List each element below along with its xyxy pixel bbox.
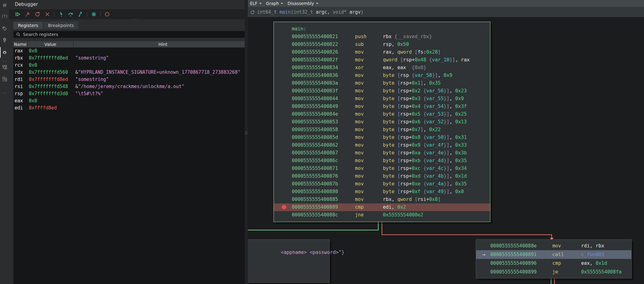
toolbar-separator	[87, 12, 87, 17]
instruction-operands: byte [rsp+0x1], 0x35	[383, 80, 441, 86]
instruction-row[interactable]: 0000555555400849movbyte [rsp+0x4 {var_54…	[274, 103, 490, 110]
column-header-value[interactable]: Value	[28, 41, 73, 47]
menu-disassembly[interactable]: Disassembly	[287, 1, 318, 6]
graph-canvas[interactable]: main:0000555555400821pushrbx {__saved_rb…	[248, 17, 644, 284]
panel-splitter[interactable]	[245, 0, 248, 284]
basic-block-call[interactable]: 000055555540088emovrdi, rbx→000055555540…	[476, 239, 632, 278]
breakpoint-icon[interactable]	[282, 205, 286, 209]
tag-icon[interactable]	[0, 24, 9, 33]
tab-registers[interactable]: Registers	[13, 22, 43, 29]
register-row-rdx[interactable]: rdx0x7fffffffd560&"HYPRLAND_INSTANCE_SIG…	[13, 69, 252, 76]
search-input[interactable]	[23, 32, 244, 37]
disassembly-pane: ELFGraphDisassembly int64_t main(int32_t…	[248, 0, 644, 284]
panel-drag-handle[interactable]: ······	[132, 18, 139, 21]
resume-button[interactable]	[14, 11, 22, 18]
instruction-row[interactable]: 0000555555400885movrbx, qword [rsi+0x8]	[274, 196, 490, 203]
restart-button[interactable]	[33, 11, 42, 18]
instruction-row[interactable]: 000055555540083amovbyte [rsp+0x1], 0x35	[274, 79, 490, 87]
step-into-button[interactable]	[57, 11, 65, 18]
instruction-operands: byte [rsp+0xb {var_4d}], 0x35	[383, 158, 467, 163]
instruction-operands: 0x5555554008fa	[581, 269, 622, 275]
register-row-edi[interactable]: edi0xffffd8ed	[13, 104, 252, 112]
register-row-rsp[interactable]: rsp0x7fffffffd3d0"\t5#\t?%"	[13, 90, 252, 97]
instruction-mnemonic: cmp	[552, 259, 581, 268]
instruction-row[interactable]: 000055555540084emovbyte [rsp+0x5 {var_53…	[274, 110, 490, 118]
instruction-row[interactable]: 0000555555400853movbyte [rsp+0x6 {var_52…	[274, 118, 490, 126]
instruction-address: 0000555555400889	[292, 203, 355, 211]
instruction-row[interactable]: 0000555555400889cmpedi, 0x2	[274, 203, 490, 211]
instruction-address: 0000555555400876	[292, 172, 355, 180]
splitter-grip-icon	[245, 131, 247, 135]
instruction-operands: byte [rsp+0x5 {var_53}], 0x25	[383, 111, 467, 117]
function-signature: int64_t main(int32_t argc, void* argv)	[257, 9, 363, 15]
instruction-row[interactable]: 000055555540087bmovbyte [rsp+0xe {var_4a…	[274, 180, 490, 188]
register-hint: &"/home/jeremy/crackmes/unlockme/a.out"	[75, 83, 184, 90]
step-over-button[interactable]	[67, 11, 75, 18]
register-row-rcx[interactable]: rcx0x0	[13, 62, 252, 69]
instruction-address: 000055555540083a	[292, 79, 355, 87]
instruction-mnemonic: mov	[355, 48, 383, 56]
instruction-operands: rbx, qword [rsi+0x8]	[383, 197, 441, 202]
instruction-row[interactable]: 0000555555400822subrsp, 0x50	[274, 41, 490, 48]
register-value: 0x0	[29, 97, 37, 104]
register-row-rax[interactable]: rax0x0	[13, 47, 252, 55]
debugger-panel: Debugger ······ RegistersBreakpoints Nam…	[9, 0, 245, 284]
instruction-row[interactable]: 000055555540088emovrdi, rbx	[476, 242, 631, 250]
basic-block-string[interactable]: <appname> <password>"}	[248, 239, 330, 283]
instruction-address: 0000555555400885	[292, 196, 355, 203]
types-icon[interactable]: {T}	[0, 12, 9, 20]
instruction-row[interactable]: 0000555555400858movbyte [rsp+0x7], 0x22	[274, 126, 490, 134]
graph-layout-icon[interactable]	[0, 63, 9, 71]
basic-block-main[interactable]: main:0000555555400821pushrbx {__saved_rb…	[274, 22, 490, 222]
instruction-row[interactable]: 0000555555400826movrax, qword [fs:0x28]	[274, 48, 490, 56]
register-row-rsi[interactable]: rsi0x7fffffffd548&"/home/jeremy/crackmes…	[13, 83, 252, 90]
chevron-down-icon	[259, 3, 262, 4]
kill-button[interactable]	[24, 11, 32, 18]
instruction-row[interactable]: 0000555555400876movbyte [rsp+0xd {var_4b…	[274, 172, 490, 180]
instruction-row[interactable]: 0000555555400871movbyte [rsp+0xc {var_4c…	[274, 165, 490, 172]
hash-icon[interactable]	[0, 1, 9, 9]
settings-button[interactable]	[90, 11, 98, 18]
instruction-row[interactable]: 0000555555400867movbyte [rsp+0xa {var_4e…	[274, 149, 490, 157]
more-icon[interactable]: ···	[0, 89, 9, 97]
register-row-rbx[interactable]: rbx0x7fffffffd8ed"somestring"	[13, 55, 252, 62]
bug-icon[interactable]	[0, 48, 9, 56]
step-return-button[interactable]	[77, 11, 85, 18]
instruction-row[interactable]: 0000555555400821pushrbx {__saved_rbx}	[274, 33, 490, 41]
instruction-row[interactable]: 0000555555400896cmpeax, 0x1d	[476, 259, 631, 268]
quit-button[interactable]	[43, 11, 51, 18]
instruction-row[interactable]: 000055555540085dmovbyte [rsp+0x8 {var_50…	[274, 134, 490, 141]
menu-elf[interactable]: ELF	[250, 1, 262, 6]
register-row-rdi[interactable]: rdi0x7fffffffd8ed"somestring"	[13, 76, 252, 83]
instruction-address: 0000555555400880	[292, 188, 355, 196]
instruction-mnemonic: mov	[355, 56, 383, 64]
column-header-hint[interactable]: Hint	[73, 41, 252, 47]
instruction-pointer-icon: →	[482, 250, 485, 259]
tab-breakpoints[interactable]: Breakpoints	[43, 22, 78, 29]
sync-icon[interactable]	[0, 75, 9, 83]
instruction-row[interactable]: 000055555540083fmovbyte [rsp+0x2 {var_56…	[274, 87, 490, 95]
register-value: 0xffffd8ed	[29, 104, 57, 112]
instruction-row[interactable]: 0000555555400899je0x5555554008fa	[476, 268, 631, 276]
column-header-name[interactable]: Name	[13, 41, 28, 47]
record-button[interactable]	[103, 11, 111, 18]
instruction-row[interactable]: 000055555540086cmovbyte [rsp+0xb {var_4d…	[274, 157, 490, 165]
instruction-row[interactable]: 0000555555400844movbyte [rsp+0x3 {var_55…	[274, 95, 490, 103]
instruction-address: 000055555540088e	[490, 242, 552, 250]
instruction-operands: byte [rsp+0x8 {var_50}], 0x31	[383, 135, 467, 140]
instruction-row[interactable]: 0000555555400836movbyte [rsp {var_58}], …	[274, 72, 490, 79]
reanalyze-icon[interactable]	[250, 10, 255, 14]
instruction-mnemonic: push	[355, 33, 383, 41]
menu-graph[interactable]: Graph	[266, 1, 283, 6]
chevron-down-icon	[281, 3, 283, 4]
location-pin-icon[interactable]	[0, 36, 9, 44]
instruction-row[interactable]: 0000555555400834xoreax, eax {0x0}	[274, 64, 490, 72]
instruction-address: 000055555540087b	[292, 180, 355, 188]
register-row-eax[interactable]: eax0x0	[13, 97, 252, 104]
instruction-row[interactable]: 0000555555400862movbyte [rsp+0x9 {var_4f…	[274, 141, 490, 149]
instruction-row[interactable]: 0000555555400880movbyte [rsp+0xf {var_49…	[274, 188, 490, 196]
instruction-address: 0000555555400862	[292, 141, 355, 149]
instruction-row[interactable]: 000055555540082fmovqword [rsp+0x48 {var_…	[274, 56, 490, 64]
instruction-row[interactable]: →0000555555400891callc_fun003	[476, 250, 631, 259]
instruction-row[interactable]: 000055555540088cjne0x5555554008e2	[274, 211, 490, 219]
